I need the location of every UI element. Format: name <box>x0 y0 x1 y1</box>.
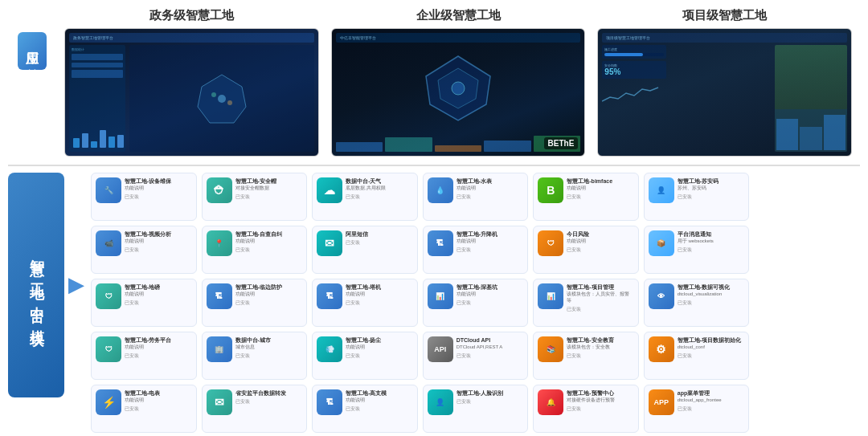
module-card[interactable]: 💨智慧工地-扬尘功能说明已安装 <box>312 332 418 380</box>
module-desc: 底层数据,共用权限 <box>346 185 413 192</box>
module-icon: ☁ <box>317 177 342 203</box>
module-card[interactable]: 🏢数据中台-城市城市信息已安装 <box>202 332 308 380</box>
module-card[interactable]: 📊智慧工地-项目管理该模块包含：人员实管、报警等已安装 <box>533 279 639 327</box>
module-title: 智慧工地-塔机 <box>346 283 413 291</box>
module-info: 智慧工地-视频分析功能说明已安装 <box>125 230 192 254</box>
module-title: 数据中台-城市 <box>235 336 303 344</box>
module-card[interactable]: 🔔智慧工地-预警中心对接硬件设备进行预警已安装 <box>533 385 639 433</box>
module-icon: ✉ <box>207 389 232 415</box>
module-info: 智慧工地-苏安码苏州、苏安码已安装 <box>678 177 745 201</box>
module-card[interactable]: 📊智慧工地-深基坑功能说明已安装 <box>423 279 529 327</box>
module-card[interactable]: 🔧智慧工地-设备维保功能说明已安装 <box>91 173 197 221</box>
module-card[interactable]: 📍智慧工地-自查自纠功能说明已安装 <box>202 226 308 274</box>
module-card[interactable]: 🏗智慧工地-临边防护功能说明已安装 <box>202 279 308 327</box>
svg-point-3 <box>227 100 232 105</box>
module-status: 已安装 <box>346 405 413 413</box>
module-card[interactable]: 👤智慧工地-人脸识别已安装 <box>423 385 529 433</box>
module-icon: B <box>538 177 563 203</box>
module-title: 智慧工地-自查自纠 <box>235 230 303 238</box>
module-info: 智慧工地-升降机功能说明已安装 <box>457 230 524 254</box>
project-title: 项目级智慧工地 <box>682 8 767 23</box>
module-desc: 功能说明 <box>235 238 303 245</box>
module-info: 智慧工地-高支模功能说明已安装 <box>346 389 413 413</box>
module-status: 已安装 <box>235 247 303 254</box>
module-title: 数据中台-天气 <box>346 177 413 185</box>
module-card[interactable]: 🏗智慧工地-升降机功能说明已安装 <box>423 226 529 274</box>
module-card[interactable] <box>754 226 860 274</box>
module-card[interactable] <box>754 385 860 433</box>
bethe-badge: BEThE <box>544 137 579 149</box>
module-title: 智慧工地-视频分析 <box>125 230 192 238</box>
module-card[interactable]: 🛡今日风险功能说明已安装 <box>533 226 639 274</box>
modules-grid: 🔧智慧工地-设备维保功能说明已安装⛑智慧工地-安全帽对接安全帽数据已安装☁数据中… <box>91 173 860 433</box>
module-desc: 城市信息 <box>235 344 303 351</box>
module-desc: 功能说明 <box>235 291 303 298</box>
module-title: 智慧工地-设备维保 <box>125 177 192 185</box>
module-info: 智慧工地-项目数据初始化dtcloud_conf已安装 <box>678 336 745 360</box>
module-card[interactable] <box>754 279 860 327</box>
module-card[interactable]: 📦平台消息通知用于 websockets已安装 <box>644 226 750 274</box>
module-info: 智慧工地-地磅功能说明已安装 <box>125 283 192 307</box>
module-icon: 🛡 <box>96 283 121 309</box>
module-info: 平台消息通知用于 websockets已安装 <box>678 230 745 254</box>
module-status: 已安装 <box>567 405 634 413</box>
module-info: 智慧工地-安全帽对接安全帽数据已安装 <box>235 177 303 201</box>
module-card[interactable]: APIDTCloud APIDTCloud API,REST A已安装 <box>423 332 529 380</box>
module-card[interactable]: 💧智慧工地-水表功能说明已安装 <box>423 173 529 221</box>
gov-screenshot: 政务智慧工地管理平台 数据统计 <box>64 28 319 157</box>
module-card[interactable]: ⚡智慧工地-电表功能说明已安装 <box>91 385 197 433</box>
module-info: 数据中台-天气底层数据,共用权限已安装 <box>346 177 413 201</box>
module-info: 智慧工地-数据可视化dtcloud_visualization已安装 <box>678 283 745 307</box>
module-title: 平台消息通知 <box>678 230 745 238</box>
enterprise-title: 企业级智慧工地 <box>416 8 501 23</box>
module-card[interactable]: 👁智慧工地-数据可视化dtcloud_visualization已安装 <box>644 279 750 327</box>
module-icon: ⚡ <box>96 389 121 415</box>
module-card[interactable]: ☁数据中台-天气底层数据,共用权限已安装 <box>312 173 418 221</box>
module-title: 智慧工地-升降机 <box>457 230 524 238</box>
module-desc: 功能说明 <box>125 344 192 351</box>
module-card[interactable]: B智慧工地-bimface功能说明已安装 <box>533 173 639 221</box>
module-icon: 👤 <box>649 177 674 203</box>
module-card[interactable]: 🏗智慧工地-塔机功能说明已安装 <box>312 279 418 327</box>
module-card[interactable]: 🏗智慧工地-高支模功能说明已安装 <box>312 385 418 433</box>
module-status: 已安装 <box>346 352 413 360</box>
module-info: 智慧工地-塔机功能说明已安装 <box>346 283 413 307</box>
module-icon: 🛡 <box>96 336 121 362</box>
module-card[interactable] <box>754 173 860 221</box>
module-icon: 📊 <box>538 283 563 309</box>
module-card[interactable]: ✉省安监平台数据转发已安装 <box>202 385 308 433</box>
module-icon: ⚙ <box>649 336 674 362</box>
module-desc: dtcloud_app_frontee <box>678 397 745 404</box>
gov-title: 政务级智慧工地 <box>149 8 234 23</box>
gov-group: 政务级智慧工地 政务智慧工地管理平台 数据统计 <box>64 8 319 157</box>
module-icon: 📹 <box>96 230 121 256</box>
module-title: 智慧工地-预警中心 <box>567 389 634 397</box>
module-card[interactable]: APPapp菜单管理dtcloud_app_frontee已安装 <box>644 385 750 433</box>
enterprise-screenshot: 中亿丰智能管理平台 <box>331 28 586 157</box>
module-card[interactable]: ⚙智慧工地-项目数据初始化dtcloud_conf已安装 <box>644 332 750 380</box>
module-card[interactable] <box>754 332 860 380</box>
module-card[interactable]: 👤智慧工地-苏安码苏州、苏安码已安装 <box>644 173 750 221</box>
module-status: 已安装 <box>457 352 524 360</box>
module-title: 智慧工地-苏安码 <box>678 177 745 185</box>
arrow-icon: ▶ <box>68 274 83 296</box>
module-card[interactable]: 🛡智慧工地-地磅功能说明已安装 <box>91 279 197 327</box>
svg-point-1 <box>218 95 226 103</box>
module-card[interactable]: ⛑智慧工地-安全帽对接安全帽数据已安装 <box>202 173 308 221</box>
module-card[interactable]: 📹智慧工地-视频分析功能说明已安装 <box>91 226 197 274</box>
module-icon: 🛡 <box>538 230 563 256</box>
module-desc: 该模块包含：安全教 <box>567 344 634 351</box>
module-card[interactable]: ✉阿里短信已安装 <box>312 226 418 274</box>
module-title: 智慧工地-扬尘 <box>346 336 413 344</box>
module-icon: 📚 <box>538 336 563 362</box>
module-desc: 该模块包含：人员实管、报警等 <box>567 291 634 304</box>
divider <box>8 165 860 166</box>
module-status: 已安装 <box>235 299 303 307</box>
module-icon: 🏗 <box>207 283 232 309</box>
module-title: 智慧工地-水表 <box>457 177 524 185</box>
module-status: 已安装 <box>235 352 303 360</box>
module-card[interactable]: 🛡智慧工地-劳务平台功能说明已安装 <box>91 332 197 380</box>
module-card[interactable]: 📚智慧工地-安全教育该模块包含：安全教已安装 <box>533 332 639 380</box>
module-title: 阿里短信 <box>346 230 413 238</box>
module-status: 已安装 <box>567 247 634 254</box>
